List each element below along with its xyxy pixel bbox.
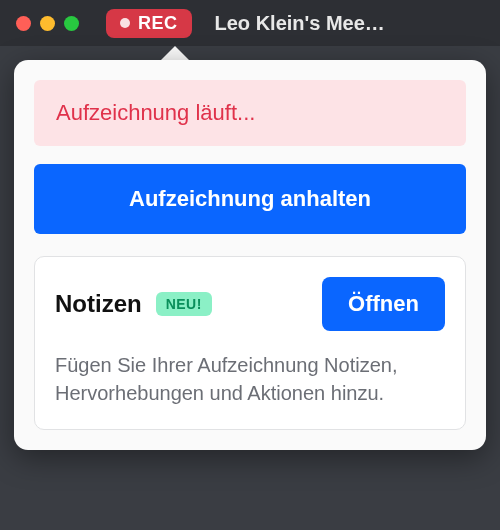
notes-description: Fügen Sie Ihrer Aufzeichnung Notizen, He… (55, 351, 445, 407)
recording-indicator-label: REC (138, 13, 178, 34)
titlebar: REC Leo Klein's Mee… (0, 0, 500, 46)
close-icon[interactable] (16, 16, 31, 31)
notes-card: Notizen NEU! Öffnen Fügen Sie Ihrer Aufz… (34, 256, 466, 430)
popover-arrow-icon (161, 46, 189, 60)
open-notes-button[interactable]: Öffnen (322, 277, 445, 331)
window-title: Leo Klein's Mee… (215, 12, 385, 35)
recording-indicator[interactable]: REC (106, 9, 192, 38)
recording-popover: Aufzeichnung läuft... Aufzeichnung anhal… (14, 46, 486, 450)
record-dot-icon (120, 18, 130, 28)
recording-status: Aufzeichnung läuft... (34, 80, 466, 146)
notes-header: Notizen NEU! Öffnen (55, 277, 445, 331)
pause-recording-button[interactable]: Aufzeichnung anhalten (34, 164, 466, 234)
notes-title: Notizen (55, 290, 142, 318)
new-badge: NEU! (156, 292, 212, 316)
maximize-icon[interactable] (64, 16, 79, 31)
minimize-icon[interactable] (40, 16, 55, 31)
